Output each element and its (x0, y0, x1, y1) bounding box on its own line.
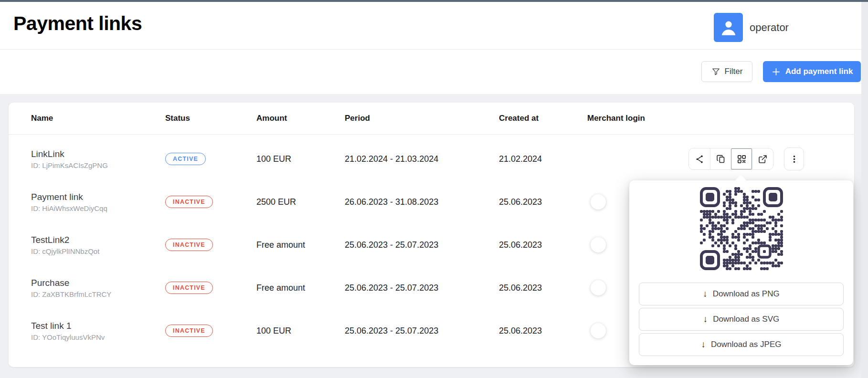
payment-link-id: ID: ZaXBTKBrfmLcTRCY (31, 290, 165, 298)
status-cell: INACTIVE (165, 325, 256, 337)
window-top-border (0, 0, 868, 2)
period-cell: 26.06.2023 - 31.08.2023 (345, 197, 499, 207)
amount-cell: 2500 EUR (256, 197, 345, 207)
download-button-label: Download as SVG (713, 315, 779, 324)
row-actions (682, 147, 849, 170)
column-header-merchant-login: Merchant login (587, 114, 682, 123)
payment-link-id: ID: cQjylkPlINNbzQot (31, 247, 165, 255)
status-cell: INACTIVE (165, 196, 256, 208)
download-button[interactable]: ↓Download as PNG (639, 283, 844, 305)
amount-cell: Free amount (256, 283, 345, 293)
open-link-button[interactable] (752, 148, 773, 169)
row-actions-group (688, 148, 773, 170)
status-badge: INACTIVE (165, 239, 213, 251)
filter-button[interactable]: Filter (701, 61, 752, 82)
status-cell: INACTIVE (165, 282, 256, 294)
payment-link-name: Test link 1 (31, 321, 165, 331)
payment-link-name: Purchase (31, 278, 165, 288)
download-button-label: Download as PNG (713, 289, 780, 299)
kebab-menu-icon (789, 154, 799, 164)
copy-icon (716, 154, 726, 164)
more-actions-button[interactable] (784, 147, 804, 170)
created-at-cell: 25.06.2023 (499, 326, 587, 336)
download-buttons: ↓Download as PNG↓Download as SVG↓Downloa… (639, 283, 844, 356)
status-cell: INACTIVE (165, 239, 256, 251)
period-cell: 25.06.2023 - 25.07.2023 (345, 240, 499, 250)
download-button-label: Download as JPEG (711, 340, 781, 349)
external-link-icon (758, 154, 768, 164)
payment-link-id: ID: LjPimKsACIsZgPNG (31, 161, 165, 169)
created-at-cell: 25.06.2023 (499, 197, 587, 207)
status-badge: ACTIVE (165, 153, 206, 165)
created-at-cell: 21.02.2024 (499, 154, 587, 164)
share-icon (695, 154, 705, 164)
filter-button-label: Filter (725, 67, 743, 76)
user-menu[interactable]: operator (714, 13, 789, 42)
person-icon (718, 17, 739, 38)
table-row: LinkLink ID: LjPimKsACIsZgPNG ACTIVE 100… (9, 137, 854, 180)
share-button[interactable] (689, 148, 710, 169)
status-badge: INACTIVE (165, 282, 213, 294)
amount-cell: 100 EUR (256, 154, 345, 164)
amount-cell: Free amount (256, 240, 345, 250)
name-cell: Purchase ID: ZaXBTKBrfmLcTRCY (31, 278, 165, 298)
column-header-amount: Amount (256, 114, 345, 123)
download-arrow-icon: ↓ (703, 314, 708, 325)
qr-code-image (700, 187, 783, 270)
name-cell: LinkLink ID: LjPimKsACIsZgPNG (31, 149, 165, 169)
download-arrow-icon: ↓ (703, 289, 708, 299)
payment-link-id: ID: YOoTiqyluusVkPNv (31, 333, 165, 341)
name-cell: TestLink2 ID: cQjylkPlINNbzQot (31, 235, 165, 255)
header-bar: Payment links operator (0, 2, 861, 50)
switch-thumb-peek (591, 280, 606, 295)
period-cell: 25.06.2023 - 25.07.2023 (345, 326, 499, 336)
qr-code-popover: ↓Download as PNG↓Download as SVG↓Downloa… (629, 180, 853, 365)
switch-thumb-peek (591, 237, 606, 252)
add-payment-link-label: Add payment link (785, 67, 853, 76)
status-cell: ACTIVE (165, 153, 256, 165)
plus-icon (771, 67, 781, 77)
download-button[interactable]: ↓Download as JPEG (639, 333, 844, 356)
avatar (714, 13, 743, 42)
qr-code-icon (737, 154, 747, 164)
payment-link-id: ID: HiAiWhsxWeDiyCqq (31, 204, 165, 212)
column-header-created-at: Created at (499, 114, 587, 123)
created-at-cell: 25.06.2023 (499, 283, 587, 293)
payment-link-name: Payment link (31, 192, 165, 202)
qr-code-button[interactable] (731, 148, 752, 169)
name-cell: Test link 1 ID: YOoTiqyluusVkPNv (31, 321, 165, 341)
name-cell: Payment link ID: HiAiWhsxWeDiyCqq (31, 192, 165, 212)
scrollbar-track (861, 2, 868, 378)
status-badge: INACTIVE (165, 196, 213, 208)
switch-thumb-peek (591, 194, 606, 210)
column-header-period: Period (345, 114, 499, 123)
copy-link-button[interactable] (710, 148, 731, 169)
payment-link-name: TestLink2 (31, 235, 165, 245)
user-name: operator (750, 21, 789, 34)
table-header-row: Name Status Amount Period Created at Mer… (9, 103, 854, 135)
column-header-status: Status (165, 114, 256, 123)
toolbar: Filter Add payment link (0, 50, 861, 94)
period-cell: 25.06.2023 - 25.07.2023 (345, 283, 499, 293)
add-payment-link-button[interactable]: Add payment link (763, 61, 861, 82)
column-header-name: Name (31, 114, 165, 123)
created-at-cell: 25.06.2023 (499, 240, 587, 250)
switch-thumb-peek (591, 323, 606, 338)
period-cell: 21.02.2024 - 21.03.2024 (345, 154, 499, 164)
download-arrow-icon: ↓ (701, 339, 706, 350)
amount-cell: 100 EUR (256, 326, 345, 336)
download-button[interactable]: ↓Download as SVG (639, 308, 844, 331)
payment-link-name: LinkLink (31, 149, 165, 159)
page-title: Payment links (13, 12, 142, 35)
status-badge: INACTIVE (165, 325, 213, 337)
funnel-icon (711, 67, 720, 76)
